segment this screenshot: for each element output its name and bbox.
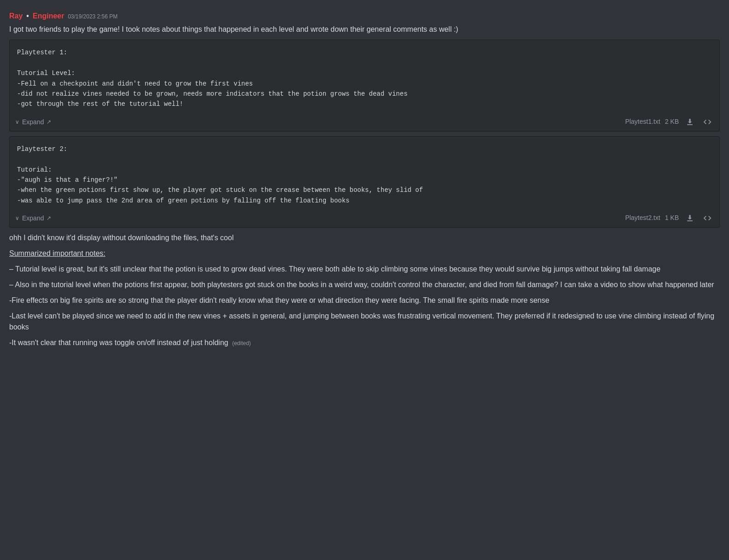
intro-text: I got two friends to play the game! I to… [9, 24, 720, 35]
file-info-1: Playtest1.txt 2 KB [625, 116, 714, 127]
file-size-1: 2 KB [665, 117, 679, 127]
code-view-button-2[interactable] [701, 213, 714, 224]
code-block-1-content: Playtester 1: Tutorial Level: -Fell on a… [9, 40, 720, 117]
code-block-2-wrapper: Playtester 2: Tutorial: -"augh is that a… [9, 136, 720, 228]
chevron-down-icon-2: ∨ [15, 215, 19, 221]
expand-button-2[interactable]: ∨ Expand ↗ [15, 214, 51, 222]
file-name-2: Playtest2.txt [625, 214, 660, 223]
role-badge: Engineer [33, 11, 64, 21]
post-code-text: ohh I didn't know it'd display without d… [9, 232, 720, 243]
expand-arrow-icon-2: ↗ [46, 215, 51, 221]
summary-bullet-2: – Also in the tutorial level when the po… [9, 279, 720, 290]
expand-label-1: Expand [22, 118, 44, 126]
download-icon-1 [685, 117, 694, 127]
file-info-2: Playtest2.txt 1 KB [625, 213, 714, 224]
code-block-1-footer: ∨ Expand ↗ Playtest1.txt 2 KB [9, 113, 720, 132]
summary-bullet-1: – Tutorial level is great, but it's stil… [9, 264, 720, 275]
summary-bullet-4: -Last level can't be played since we nee… [9, 311, 720, 333]
file-size-2: 1 KB [665, 214, 679, 223]
download-button-1[interactable] [683, 116, 696, 127]
expand-arrow-icon-1: ↗ [46, 119, 51, 125]
message-header: Ray • Engineer 03/19/2023 2:56 PM [9, 11, 720, 21]
code-view-button-1[interactable] [701, 116, 714, 127]
edited-label: (edited) [232, 340, 251, 346]
timestamp: 03/19/2023 2:56 PM [68, 13, 117, 21]
expand-button-1[interactable]: ∨ Expand ↗ [15, 118, 51, 126]
code-block-1-wrapper: Playtester 1: Tutorial Level: -Fell on a… [9, 40, 720, 131]
code-block-2-footer: ∨ Expand ↗ Playtest2.txt 1 KB [9, 209, 720, 228]
separator: • [26, 11, 29, 21]
username: Ray [9, 11, 23, 21]
code-block-2-content: Playtester 2: Tutorial: -"augh is that a… [9, 136, 720, 214]
summary-bullet-3: -Fire effects on big fire spirits are so… [9, 295, 720, 306]
message: Ray • Engineer 03/19/2023 2:56 PM I got … [9, 7, 720, 357]
download-icon-2 [685, 214, 694, 223]
summary-bullet-5: -It wasn't clear that running was toggle… [9, 337, 720, 348]
summary-heading: Summarized important notes: [9, 248, 720, 259]
code-icon-2 [703, 214, 712, 223]
file-name-1: Playtest1.txt [625, 117, 660, 127]
download-button-2[interactable] [683, 213, 696, 224]
expand-label-2: Expand [22, 214, 44, 222]
code-icon-1 [703, 117, 712, 127]
chevron-down-icon-1: ∨ [15, 119, 19, 125]
